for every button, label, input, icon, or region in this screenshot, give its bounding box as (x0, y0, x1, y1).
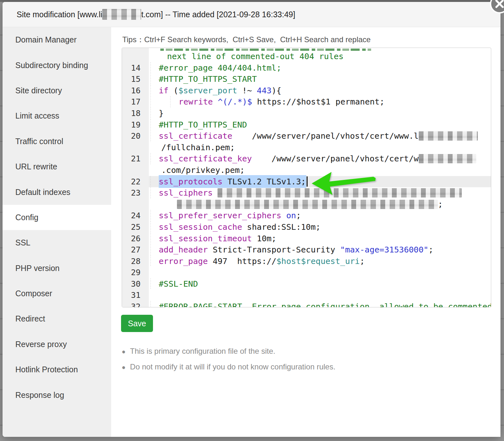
save-button[interactable]: Save (121, 315, 153, 332)
code-line-22: 22ssl_protocols TLSv1.2 TLSv1.3; (122, 176, 491, 188)
sidebar-item-default-indexes[interactable]: Default indexes (3, 179, 111, 205)
line-number: 19 (122, 119, 149, 131)
sidebar-item-reverse-proxy[interactable]: Reverse proxy (3, 332, 111, 357)
code-text (149, 290, 491, 301)
indent-guide (150, 244, 151, 256)
sidebar-item-composer[interactable]: Composer (3, 281, 111, 306)
code-line-24: 24ssl_prefer_server_ciphers on; (122, 210, 491, 221)
sidebar-item-site-directory[interactable]: Site directory (3, 78, 111, 103)
dialog-header: Site modification [www.lit.com] -- Time … (3, 2, 500, 27)
bullet-icon: ● (122, 348, 126, 355)
indent-guide (150, 176, 151, 188)
line-number: 30 (122, 278, 149, 290)
sidebar-item-subdirectory-binding[interactable]: Subdirectory binding (3, 52, 111, 78)
code-line-25: 25ssl_session_cache shared:SSL:10m; (122, 221, 491, 233)
sidebar-item-redirect[interactable]: Redirect (3, 306, 111, 331)
config-editor[interactable]: next line of commented-out 404 rules14#e… (122, 48, 491, 307)
code-line-32: 32#ERROR-PAGE-START Error page configura… (122, 301, 491, 307)
line-number: 14 (122, 62, 149, 74)
indent-guide (150, 62, 151, 74)
note-item: ●Do not modify it at will if you do not … (122, 362, 335, 378)
redacted-domain-blur (102, 9, 141, 20)
indent-guide (150, 210, 151, 221)
code-line-30: 30#SSL-END (122, 278, 491, 290)
note-item: ●This is primary configuration file of t… (122, 347, 335, 362)
line-number: 28 (122, 256, 149, 267)
line-number: 18 (122, 108, 149, 119)
dialog-title: Site modification [www.lit.com] -- Time … (17, 2, 295, 27)
line-number (122, 199, 149, 210)
code-line-16: 16if ($server_port !~ 443){ (122, 85, 491, 97)
line-number: 16 (122, 85, 149, 97)
code-line: ; (122, 199, 491, 210)
selected-text: ssl_protocols TLSv1.2 TLSv1.3; (159, 175, 306, 188)
code-text: ssl_ciphers (149, 187, 491, 199)
code-text: #error_page 404/404.html; (149, 62, 491, 74)
code-line-21: 21ssl_certificate_key /www/server/panel/… (122, 153, 491, 165)
code-text: ssl_session_timeout 10m; (149, 233, 491, 244)
sidebar-item-config[interactable]: Config (3, 205, 111, 230)
redacted-code-blur (419, 154, 476, 163)
indent-guide (150, 108, 151, 119)
sidebar-item-url-rewrite[interactable]: URL rewrite (3, 154, 111, 179)
line-number: 20 (122, 130, 149, 142)
code-line-29: 29 (122, 267, 491, 278)
code-text: } (149, 108, 491, 119)
indent-guide (150, 85, 151, 97)
sidebar-item-domain-manager[interactable]: Domain Manager (3, 27, 111, 52)
line-number (122, 142, 149, 153)
sidebar-item-ssl[interactable]: SSL (3, 230, 111, 255)
code-text: ssl_protocols TLSv1.2 TLSv1.3; (149, 176, 491, 188)
sidebar-item-php-version[interactable]: PHP version (3, 256, 111, 281)
line-number: 31 (122, 290, 149, 301)
indent-guide (170, 96, 171, 108)
indent-guide (150, 233, 151, 244)
clipped-top-line (160, 49, 371, 51)
code-text: #SSL-END (149, 278, 491, 290)
sidebar-item-limit-access[interactable]: Limit access (3, 103, 111, 128)
code-text: rewrite ^(/.*)$ https://$host$1 permanen… (149, 96, 491, 108)
code-text: ssl_session_cache shared:SSL:10m; (149, 221, 491, 233)
line-number: 26 (122, 233, 149, 244)
code-text: /fullchain.pem; (149, 142, 491, 153)
code-text: ssl_prefer_server_ciphers on; (149, 210, 491, 221)
sidebar-item-traffic-control[interactable]: Traffic control (3, 129, 111, 154)
line-number: 32 (122, 301, 149, 307)
code-line-23: 23ssl_ciphers (122, 187, 491, 199)
redacted-code-blur (419, 131, 478, 141)
redacted-code-blur (218, 188, 462, 197)
code-text: error_page 497 https://$host$request_uri… (149, 256, 491, 267)
code-text: ssl_certificate /www/server/panel/vhost/… (149, 130, 491, 142)
bullet-icon: ● (122, 364, 126, 371)
indent-guide (150, 278, 151, 290)
code-text: .com/privkey.pem; (149, 165, 491, 176)
code-line-27: 27add_header Strict-Transport-Security "… (122, 244, 491, 256)
line-number: 29 (122, 267, 149, 278)
page-behind-left-strip (0, 0, 3, 441)
code-line: .com/privkey.pem; (122, 165, 491, 176)
code-line-28: 28error_page 497 https://$host$request_u… (122, 256, 491, 267)
code-line: /fullchain.pem; (122, 142, 491, 153)
indent-guide (150, 130, 151, 142)
indent-guide (150, 301, 151, 307)
line-number: 24 (122, 210, 149, 221)
code-text: add_header Strict-Transport-Security "ma… (149, 244, 491, 256)
code-line-15: 15#HTTP_TO_HTTPS_START (122, 74, 491, 85)
sidebar-item-response-log[interactable]: Response log (3, 382, 111, 407)
sidebar-item-hotlink-protection[interactable]: Hotlink Protection (3, 357, 111, 382)
line-number: 15 (122, 74, 149, 85)
indent-guide (150, 153, 151, 165)
line-number: 17 (122, 96, 149, 108)
page-behind-right-strip (500, 0, 504, 441)
code-line-19: 19#HTTP_TO_HTTPS_END (122, 119, 491, 131)
code-text: next line of commented-out 404 rules (149, 51, 491, 62)
code-rows: next line of commented-out 404 rules14#e… (122, 51, 491, 307)
tips-label: Tips： (122, 35, 144, 44)
code-text: #ERROR-PAGE-START Error page configurati… (149, 301, 491, 307)
line-number: 27 (122, 244, 149, 256)
code-text: if ($server_port !~ 443){ (149, 85, 491, 97)
indent-guide (150, 256, 151, 267)
code-line-20: 20ssl_certificate /www/server/panel/vhos… (122, 130, 491, 142)
code-text: ; (149, 199, 491, 210)
indent-guide (150, 187, 151, 199)
